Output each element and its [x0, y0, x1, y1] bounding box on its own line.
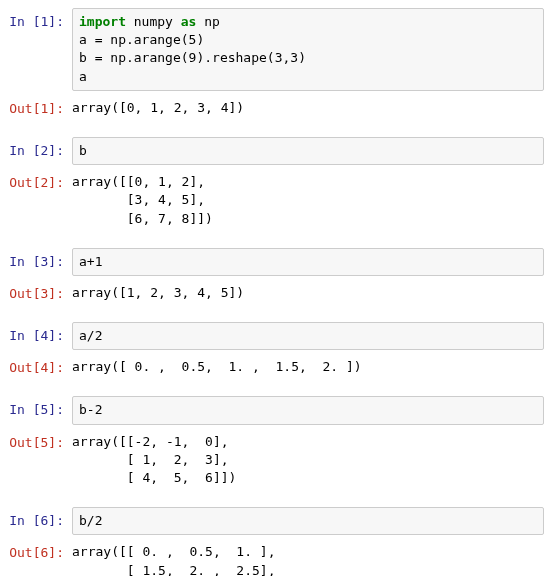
- code-box[interactable]: b/2: [72, 507, 544, 535]
- code-line: a: [79, 68, 537, 86]
- output-prompt: Out[6]:: [8, 539, 72, 576]
- input-cell: In [2]:b: [8, 137, 544, 165]
- output-text: array([0, 1, 2, 3, 4]): [72, 95, 544, 121]
- input-cell: In [3]:a+1: [8, 248, 544, 276]
- code-text: numpy: [126, 14, 181, 29]
- keyword-as: as: [181, 14, 197, 29]
- input-cell: In [6]:b/2: [8, 507, 544, 535]
- output-cell: Out[2]:array([[0, 1, 2], [3, 4, 5], [6, …: [8, 169, 544, 232]
- code-line: a/2: [79, 327, 537, 345]
- output-text: array([[0, 1, 2], [3, 4, 5], [6, 7, 8]]): [72, 169, 544, 232]
- input-prompt: In [4]:: [8, 322, 72, 350]
- output-prompt: Out[4]:: [8, 354, 72, 380]
- cell-gap: [8, 236, 544, 248]
- input-prompt: In [6]:: [8, 507, 72, 535]
- output-cell: Out[4]:array([ 0. , 0.5, 1. , 1.5, 2. ]): [8, 354, 544, 380]
- code-box[interactable]: a/2: [72, 322, 544, 350]
- input-prompt: In [2]:: [8, 137, 72, 165]
- code-line: b/2: [79, 512, 537, 530]
- output-cell: Out[6]:array([[ 0. , 0.5, 1. ], [ 1.5, 2…: [8, 539, 544, 576]
- code-line: b = np.arange(9).reshape(3,3): [79, 49, 537, 67]
- code-line: a = np.arange(5): [79, 31, 537, 49]
- input-cell: In [4]:a/2: [8, 322, 544, 350]
- code-line: b-2: [79, 401, 537, 419]
- output-text: array([[ 0. , 0.5, 1. ], [ 1.5, 2. , 2.5…: [72, 539, 544, 576]
- input-prompt: In [5]:: [8, 396, 72, 424]
- output-cell: Out[1]:array([0, 1, 2, 3, 4]): [8, 95, 544, 121]
- code-line: a+1: [79, 253, 537, 271]
- cell-gap: [8, 310, 544, 322]
- cell-gap: [8, 384, 544, 396]
- output-prompt: Out[5]:: [8, 429, 72, 492]
- code-text: np: [196, 14, 219, 29]
- output-cell: Out[3]:array([1, 2, 3, 4, 5]): [8, 280, 544, 306]
- code-box[interactable]: a+1: [72, 248, 544, 276]
- code-box[interactable]: import numpy as npa = np.arange(5)b = np…: [72, 8, 544, 91]
- input-cell: In [1]:import numpy as npa = np.arange(5…: [8, 8, 544, 91]
- output-prompt: Out[1]:: [8, 95, 72, 121]
- code-box[interactable]: b-2: [72, 396, 544, 424]
- output-text: array([1, 2, 3, 4, 5]): [72, 280, 544, 306]
- code-box[interactable]: b: [72, 137, 544, 165]
- cell-gap: [8, 495, 544, 507]
- output-prompt: Out[3]:: [8, 280, 72, 306]
- cell-gap: [8, 125, 544, 137]
- keyword-import: import: [79, 14, 126, 29]
- code-line: import numpy as np: [79, 13, 537, 31]
- output-cell: Out[5]:array([[-2, -1, 0], [ 1, 2, 3], […: [8, 429, 544, 492]
- output-text: array([[-2, -1, 0], [ 1, 2, 3], [ 4, 5, …: [72, 429, 544, 492]
- input-prompt: In [3]:: [8, 248, 72, 276]
- code-line: b: [79, 142, 537, 160]
- output-prompt: Out[2]:: [8, 169, 72, 232]
- notebook-root: In [1]:import numpy as npa = np.arange(5…: [8, 8, 544, 576]
- output-text: array([ 0. , 0.5, 1. , 1.5, 2. ]): [72, 354, 544, 380]
- input-cell: In [5]:b-2: [8, 396, 544, 424]
- input-prompt: In [1]:: [8, 8, 72, 91]
